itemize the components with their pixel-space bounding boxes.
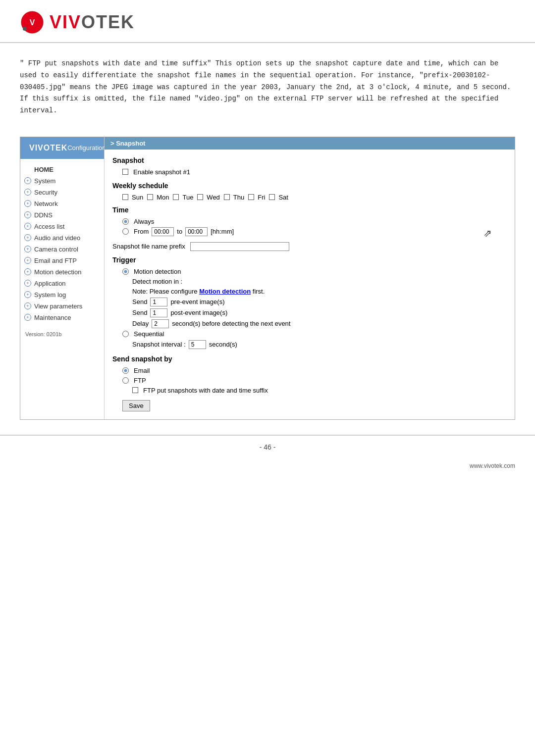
cursor-icon: ⇗ [483,227,492,239]
logo-area: V VIVOTEK [20,10,515,35]
thu-checkbox[interactable] [224,194,230,200]
from-row: From to [hh:mm] [112,227,507,236]
sidebar: V VIVOTEK Configuration HOME + System + … [20,137,105,419]
sidebar-label-view-parameters: View parameters [34,302,82,310]
from-radio[interactable] [122,228,129,235]
day-sat[interactable]: Sat [269,194,288,201]
delay-suffix: second(s) before detecting the next even… [172,320,290,327]
from-label: From [134,228,149,235]
mon-checkbox[interactable] [147,194,153,200]
ftp-suffix-checkbox[interactable] [132,387,138,393]
sidebar-item-system[interactable]: + System [20,175,104,187]
sidebar-header: V VIVOTEK Configuration [20,137,104,159]
send-snapshot-title: Send snapshot by [112,355,507,363]
breadcrumb: > Snapshot [105,137,515,150]
logo-text: VIVOTEK [50,12,135,33]
access-list-icon: + [24,223,31,230]
sidebar-label-system-log: System log [34,291,66,299]
tue-checkbox[interactable] [173,194,179,200]
sidebar-item-email-ftp[interactable]: + Email and FTP [20,255,104,266]
sidebar-label-application: Application [34,280,66,287]
post-event-input[interactable] [150,308,167,317]
fri-checkbox[interactable] [248,194,254,200]
time-to-input[interactable] [185,227,208,236]
sidebar-label-system: System [34,177,55,185]
always-radio[interactable] [122,218,129,225]
sidebar-item-home[interactable]: HOME [20,163,104,175]
email-radio[interactable] [122,367,129,374]
camera-control-icon: + [24,246,31,252]
motion-detect-radio-row: Motion detection [112,268,507,275]
trigger-section: Trigger Motion detection Detect motion i… [112,256,507,349]
detect-motion-in-row: Detect motion in : [112,278,507,285]
motion-detect-radio[interactable] [122,268,129,275]
motion-detect-label: Motion detection [134,268,181,275]
weekly-schedule-title: Weekly schedule [112,182,507,190]
snapshot-prefix-input[interactable] [190,242,289,251]
snapshot-prefix-label: Snapshot file name prefix [112,243,185,250]
sidebar-label-ddns: DDNS [34,211,53,219]
enable-snapshot-checkbox[interactable] [122,169,128,175]
day-fri[interactable]: Fri [248,194,265,201]
sidebar-logo-text: VIVOTEK [29,144,67,152]
view-params-icon: + [24,302,31,309]
snapshot-interval-input[interactable] [189,340,206,349]
sidebar-label-email-ftp: Email and FTP [34,257,77,264]
sidebar-item-network[interactable]: + Network [20,198,104,209]
system-icon: + [24,177,31,184]
sidebar-item-security[interactable]: + Security [20,187,104,198]
to-label: to [177,228,182,235]
weekly-schedule-section: Weekly schedule Sun Mon Tue Wed Thu Fri … [112,182,507,201]
always-label: Always [134,218,154,225]
network-icon: + [24,200,31,207]
day-wed[interactable]: Wed [197,194,220,201]
detect-motion-in-label: Detect motion in : [132,278,182,285]
sidebar-item-maintenance[interactable]: + Maintenance [20,312,104,323]
delay-label: Delay [132,320,149,327]
application-icon: + [24,280,31,287]
time-unit-label: [hh:mm] [211,228,234,235]
save-button[interactable]: Save [122,400,150,411]
send-post-row: Send post-event image(s) [112,308,507,317]
ftp-radio-row: FTP [112,377,507,384]
delay-input[interactable] [152,319,169,328]
pre-event-input[interactable] [150,298,167,306]
system-log-icon: + [24,291,31,298]
day-thu[interactable]: Thu [224,194,244,201]
wed-checkbox[interactable] [197,194,203,200]
snapshot-interval-unit: second(s) [209,341,237,348]
sequential-radio[interactable] [122,331,129,337]
audio-video-icon: + [24,234,31,241]
sidebar-label-access-list: Access list [34,223,64,230]
email-label: Email [134,367,150,374]
day-tue[interactable]: Tue [173,194,193,201]
sidebar-item-camera-control[interactable]: + Camera control [20,244,104,255]
ftp-suffix-row: FTP put snapshots with date and time suf… [112,387,507,394]
day-sun[interactable]: Sun [122,194,143,201]
sat-checkbox[interactable] [269,194,275,200]
motion-detection-link[interactable]: Motion detection [199,288,251,295]
sidebar-item-ddns[interactable]: + DDNS [20,209,104,221]
email-radio-row: Email [112,367,507,374]
sidebar-item-application[interactable]: + Application [20,278,104,289]
sidebar-item-audio-video[interactable]: + Audio and video [20,232,104,244]
sidebar-item-system-log[interactable]: + System log [20,289,104,301]
send-pre-suffix: pre-event image(s) [170,298,224,305]
ftp-radio[interactable] [122,377,129,384]
maintenance-icon: + [24,314,31,321]
sidebar-item-access-list[interactable]: + Access list [20,221,104,232]
sidebar-item-motion-detection[interactable]: + Motion detection [20,266,104,278]
sidebar-label-motion-detection: Motion detection [34,268,81,276]
svg-text:V: V [30,18,35,27]
time-from-input[interactable] [152,227,174,236]
sidebar-item-view-parameters[interactable]: + View parameters [20,301,104,312]
ftp-suffix-label: FTP put snapshots with date and time suf… [143,387,268,394]
version-label: Version: 0201b [20,327,104,341]
from-row-wrapper: From to [hh:mm] ⇗ [112,227,507,236]
sun-checkbox[interactable] [122,194,128,200]
always-row: Always [112,218,507,225]
description-text: " FTP put snapshots with date and time s… [20,58,515,117]
page-number: - 46 - [0,435,535,458]
email-ftp-icon: + [24,257,31,264]
day-mon[interactable]: Mon [147,194,169,201]
